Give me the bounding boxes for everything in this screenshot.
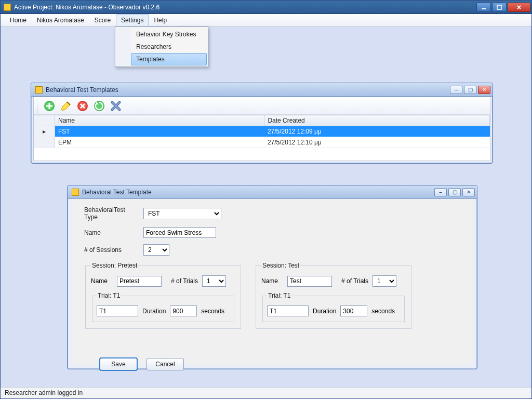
templates-toolbar bbox=[34, 97, 490, 115]
trial-legend: Trial: T1 bbox=[97, 292, 121, 299]
name-input[interactable] bbox=[143, 227, 216, 238]
menu-project[interactable]: Nikos Aromatase bbox=[32, 14, 89, 26]
form-icon bbox=[72, 189, 79, 196]
cell-date: 27/5/2012 12:10 μμ bbox=[264, 137, 490, 148]
label-session-name: Name bbox=[91, 277, 113, 285]
templates-titlebar[interactable]: Behavioral Test Templates ‒ ▢ ✕ bbox=[31, 83, 493, 97]
sessions-select[interactable]: 2 bbox=[143, 244, 169, 256]
form-icon bbox=[35, 86, 43, 94]
cell-name: FST bbox=[55, 126, 264, 137]
row-indicator-icon: ▸ bbox=[34, 126, 55, 137]
status-text: Researcher admin logged in bbox=[5, 389, 83, 396]
maximize-button[interactable] bbox=[492, 3, 507, 12]
templates-minimize-button[interactable]: ‒ bbox=[450, 86, 462, 94]
status-bar: Researcher admin logged in bbox=[1, 387, 531, 398]
edit-title: Behavioral Test Template bbox=[82, 189, 152, 196]
menu-item-templates[interactable]: Templates bbox=[131, 53, 207, 65]
edit-close-button[interactable]: ✕ bbox=[462, 188, 475, 196]
app-window: Active Project: Nikos Aromatase - Observ… bbox=[0, 0, 532, 399]
client-area: Behavioral Test Templates ‒ ▢ ✕ bbox=[1, 26, 531, 387]
templates-title: Behavioral Test Templates bbox=[46, 86, 118, 94]
svg-rect-5 bbox=[46, 105, 52, 107]
session-pretest: Session: Pretest Name # of Trials 1 Tria… bbox=[85, 262, 241, 329]
grid-corner[interactable] bbox=[34, 115, 55, 126]
label-duration: Duration bbox=[142, 308, 166, 315]
trial-legend: Trial: T1 bbox=[267, 292, 291, 299]
table-row[interactable]: ▸ FST 27/5/2012 12:09 μμ bbox=[34, 126, 490, 137]
menu-settings[interactable]: Settings bbox=[116, 14, 149, 26]
label-duration: Duration bbox=[313, 308, 336, 315]
edit-minimize-button[interactable]: ‒ bbox=[434, 188, 447, 196]
col-date[interactable]: Date Created bbox=[264, 115, 490, 126]
menu-bar: Home Nikos Aromatase Score Settings Help bbox=[1, 14, 531, 26]
type-select[interactable]: FST bbox=[143, 208, 221, 219]
label-seconds: seconds bbox=[201, 308, 224, 315]
label-session-name: Name bbox=[261, 277, 283, 285]
label-type: BehavioralTest Type bbox=[84, 206, 136, 221]
cell-date: 27/5/2012 12:09 μμ bbox=[264, 126, 490, 137]
trial-name-input bbox=[267, 305, 309, 316]
refresh-button[interactable] bbox=[92, 99, 107, 113]
menu-item-researchers[interactable]: Researchers bbox=[131, 41, 207, 53]
minimize-button[interactable] bbox=[476, 3, 491, 12]
label-sessions: # of Sessions bbox=[84, 246, 136, 254]
col-name[interactable]: Name bbox=[55, 115, 264, 126]
label-name: Name bbox=[84, 229, 136, 236]
trial-name-input bbox=[97, 305, 138, 316]
svg-rect-0 bbox=[482, 8, 486, 9]
app-titlebar[interactable]: Active Project: Nikos Aromatase - Observ… bbox=[1, 1, 531, 14]
templates-grid[interactable]: Name Date Created ▸ FST 27/5/2012 12:09 … bbox=[34, 115, 490, 148]
duration-input[interactable] bbox=[170, 305, 197, 316]
trials-select[interactable]: 1 bbox=[202, 275, 226, 287]
templates-maximize-button[interactable]: ▢ bbox=[464, 86, 476, 94]
session-test: Session: Test Name # of Trials 1 Trial: … bbox=[256, 262, 411, 329]
settings-dropdown: Behavior Key Strokes Researchers Templat… bbox=[115, 26, 208, 67]
table-row[interactable]: EPM 27/5/2012 12:10 μμ bbox=[34, 137, 490, 148]
cancel-icon[interactable] bbox=[109, 99, 123, 113]
templates-close-button[interactable]: ✕ bbox=[478, 86, 490, 94]
cancel-button[interactable]: Cancel bbox=[147, 358, 184, 370]
cell-name: EPM bbox=[55, 137, 264, 148]
menu-score[interactable]: Score bbox=[89, 14, 116, 26]
row-header bbox=[34, 137, 55, 148]
session-name-input[interactable] bbox=[287, 276, 332, 287]
edit-button[interactable] bbox=[59, 99, 73, 113]
menu-item-behavior-keystrokes[interactable]: Behavior Key Strokes bbox=[131, 28, 207, 41]
svg-rect-1 bbox=[497, 5, 501, 9]
delete-button[interactable] bbox=[75, 99, 90, 113]
trial-group: Trial: T1 Duration seconds bbox=[92, 292, 234, 322]
app-title: Active Project: Nikos Aromatase - Observ… bbox=[14, 4, 159, 11]
save-button[interactable]: Save bbox=[100, 358, 137, 370]
label-seconds: seconds bbox=[371, 308, 395, 315]
edit-template-window[interactable]: Behavioral Test Template ‒ ▢ ✕ Behaviora… bbox=[67, 185, 477, 369]
label-trials: # of Trials bbox=[171, 277, 198, 285]
menu-help[interactable]: Help bbox=[149, 14, 172, 26]
session-legend: Session: Pretest bbox=[91, 262, 138, 269]
session-name-input[interactable] bbox=[117, 276, 162, 287]
templates-window[interactable]: Behavioral Test Templates ‒ ▢ ✕ bbox=[31, 83, 493, 164]
edit-maximize-button[interactable]: ▢ bbox=[448, 188, 461, 196]
menu-home[interactable]: Home bbox=[5, 14, 32, 26]
duration-input[interactable] bbox=[340, 305, 367, 316]
edit-titlebar[interactable]: Behavioral Test Template ‒ ▢ ✕ bbox=[68, 185, 477, 199]
app-icon bbox=[4, 4, 11, 11]
toolbar-grip[interactable] bbox=[37, 99, 39, 113]
session-legend: Session: Test bbox=[261, 262, 300, 269]
trial-group: Trial: T1 Duration seconds bbox=[262, 292, 405, 322]
trials-select[interactable]: 1 bbox=[373, 275, 396, 287]
close-button[interactable] bbox=[508, 3, 530, 12]
label-trials: # of Trials bbox=[341, 277, 368, 285]
add-button[interactable] bbox=[42, 99, 57, 113]
